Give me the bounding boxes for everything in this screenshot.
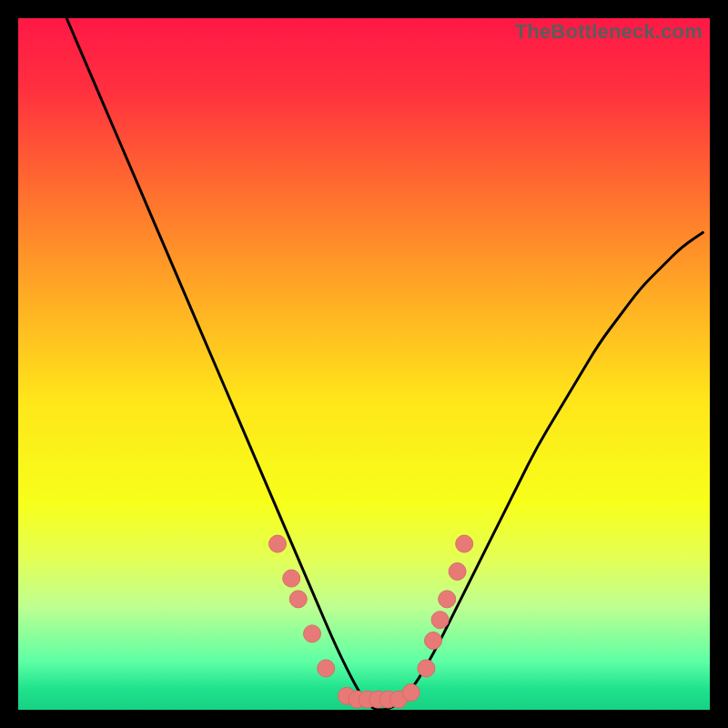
chart-svg xyxy=(18,18,710,710)
data-marker xyxy=(431,612,449,629)
watermark-text: TheBottleneck.com xyxy=(515,20,703,44)
data-marker xyxy=(456,535,473,552)
chart-frame: TheBottleneck.com xyxy=(18,18,710,710)
data-marker xyxy=(289,591,307,608)
data-marker xyxy=(304,625,321,642)
gradient-background xyxy=(18,18,710,710)
data-marker xyxy=(283,570,300,587)
data-marker xyxy=(439,591,456,608)
data-marker xyxy=(449,563,466,581)
data-marker xyxy=(402,684,420,702)
data-marker xyxy=(425,632,442,650)
data-marker xyxy=(269,535,287,552)
data-marker xyxy=(418,660,435,677)
data-marker xyxy=(318,660,335,677)
